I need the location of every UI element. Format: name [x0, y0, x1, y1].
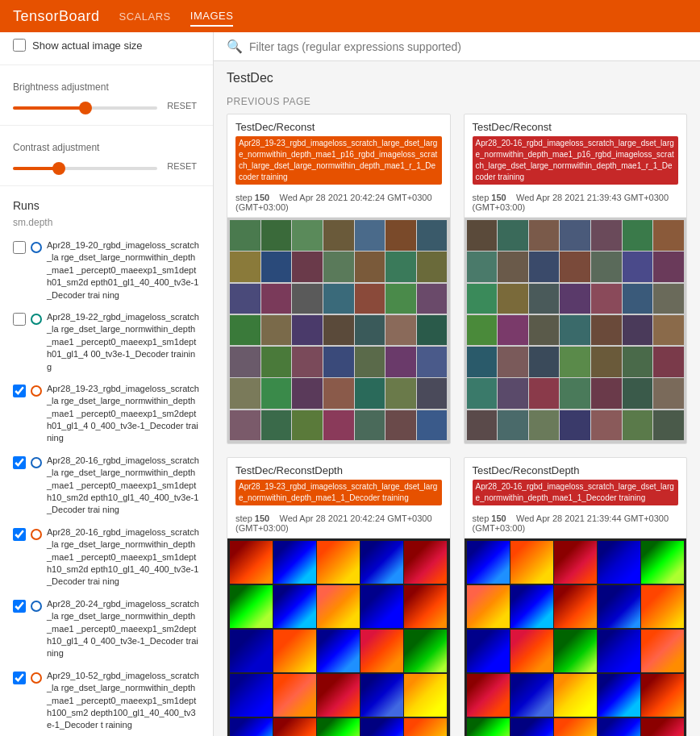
img-cell — [261, 347, 292, 377]
card-title-2: TestDec/Reconst — [473, 121, 679, 133]
nav-images[interactable]: IMAGES — [190, 6, 234, 27]
card-depth-1: TestDec/ReconstDepth Apr28_19-23_rgbd_im… — [227, 457, 451, 736]
img-cell — [467, 315, 498, 346]
card-reconst-1: TestDec/Reconst Apr28_19-23_rgbd_imagelo… — [227, 114, 451, 444]
run-item[interactable]: Apr28_20-24_rgbd_imageloss_scratch_la rg… — [0, 593, 213, 665]
img-cell — [323, 315, 354, 346]
img-cell — [529, 347, 560, 377]
img-cell — [355, 220, 385, 251]
brightness-slider[interactable] — [13, 106, 157, 110]
img-cell — [323, 252, 354, 282]
img-cell — [292, 252, 323, 282]
run-item[interactable]: Apr28_19-22_rgbd_imageloss_scratch_la rg… — [0, 306, 213, 378]
img-cell — [529, 220, 560, 251]
run-checkbox-4[interactable] — [13, 456, 26, 469]
img-cell — [498, 220, 528, 251]
contrast-slider[interactable] — [13, 167, 157, 170]
img-cell — [498, 378, 528, 409]
depth-cell — [554, 585, 597, 628]
img-cell — [653, 315, 684, 346]
contrast-reset-button[interactable]: RESET — [164, 160, 200, 173]
img-cell — [529, 410, 560, 441]
depth-cell — [641, 541, 684, 584]
runs-subtitle: sm.depth — [0, 215, 213, 235]
card-header-4: TestDec/ReconstDepth Apr28_20-16_rgbd_im… — [465, 458, 687, 512]
img-cell — [467, 347, 498, 377]
depth-cell — [510, 585, 553, 628]
img-cell — [417, 252, 448, 282]
img-cell — [385, 378, 416, 409]
img-cell — [623, 284, 653, 314]
img-cell — [385, 315, 416, 346]
depth-cell — [230, 541, 273, 584]
img-cell — [292, 410, 323, 441]
depth-cell — [554, 674, 597, 717]
img-cell — [498, 315, 528, 346]
card-image-grid-2 — [465, 218, 687, 443]
depth-cell — [230, 718, 273, 736]
logo: TensorBoard — [13, 8, 100, 25]
img-cell — [560, 220, 590, 251]
brightness-slider-container — [13, 100, 157, 112]
depth-cell — [360, 718, 403, 736]
img-cell — [623, 315, 653, 346]
prev-page-button[interactable]: PREVIOUS PAGE — [227, 96, 310, 107]
depth-cell — [230, 585, 273, 628]
run-label-7: Apr29_10-52_rgbd_imageloss_scratch_la rg… — [47, 670, 200, 732]
card-step-1: step 150 — [235, 193, 269, 202]
run-item[interactable]: Apr28_19-23_rgbd_imageloss_scratch_la rg… — [0, 378, 213, 450]
img-cell — [529, 252, 560, 282]
run-label-6: Apr28_20-24_rgbd_imageloss_scratch_la rg… — [47, 598, 200, 660]
img-cell — [292, 220, 323, 251]
show-actual-size-checkbox[interactable] — [13, 39, 26, 52]
img-cell — [417, 284, 448, 314]
img-cell — [385, 220, 416, 251]
depth-cell — [467, 585, 510, 628]
card-meta-3: step 150 Wed Apr 28 2021 20:42:24 GMT+03… — [227, 512, 450, 538]
card-run-tag-3: Apr28_19-23_rgbd_imageloss_scratch_large… — [235, 480, 442, 505]
depth-cell — [467, 718, 510, 736]
run-checkbox-3[interactable] — [13, 385, 26, 397]
depth-cell — [273, 718, 316, 736]
search-input[interactable] — [249, 40, 687, 53]
run-item[interactable]: Apr28_19-20_rgbd_imageloss_scratch_la rg… — [0, 235, 213, 306]
img-cell — [560, 284, 590, 314]
contrast-title: Contrast adjustment — [13, 142, 200, 153]
img-cell — [591, 378, 622, 409]
runs-title: Runs — [0, 193, 213, 215]
run-label-3: Apr28_19-23_rgbd_imageloss_scratch_la rg… — [47, 383, 200, 445]
card-step-3: step 150 — [235, 514, 269, 523]
run-checkbox-1[interactable] — [13, 241, 26, 254]
depth-cell — [360, 541, 403, 584]
img-cell — [591, 220, 622, 251]
run-checkbox-7[interactable] — [13, 672, 26, 684]
img-cell — [529, 315, 560, 346]
img-cell — [261, 315, 292, 346]
img-cell — [591, 315, 622, 346]
depth-cell — [273, 585, 316, 628]
run-checkbox-2[interactable] — [13, 313, 26, 326]
depth-cell — [360, 674, 403, 717]
card-title-3: TestDec/ReconstDepth — [235, 464, 442, 476]
run-checkbox-5[interactable] — [13, 528, 26, 541]
img-cell — [417, 378, 448, 409]
depth-cell — [317, 541, 360, 584]
run-label-5: Apr28_20-16_rgbd_imageloss_scratch_la rg… — [47, 526, 200, 588]
run-item[interactable]: Apr29_10-52_rgbd_imageloss_scratch_la rg… — [0, 665, 213, 736]
img-cell — [653, 378, 684, 409]
img-cell — [467, 284, 498, 314]
run-item[interactable]: Apr28_20-16_rgbd_imageloss_scratch_la rg… — [0, 522, 213, 593]
img-cell — [498, 410, 528, 441]
nav-scalars[interactable]: SCALARS — [119, 7, 171, 26]
depth-cell — [641, 674, 684, 717]
img-cell — [261, 284, 292, 314]
brightness-reset-button[interactable]: RESET — [164, 99, 200, 112]
run-item[interactable]: Apr28_20-16_rgbd_imageloss_scratch_la rg… — [0, 450, 213, 522]
depth-cell — [510, 630, 553, 672]
img-cell — [323, 284, 354, 314]
img-cell — [230, 315, 260, 346]
img-cell — [623, 410, 653, 441]
img-cell — [560, 410, 590, 441]
run-color-dot-1 — [31, 242, 42, 253]
run-checkbox-6[interactable] — [13, 600, 26, 613]
